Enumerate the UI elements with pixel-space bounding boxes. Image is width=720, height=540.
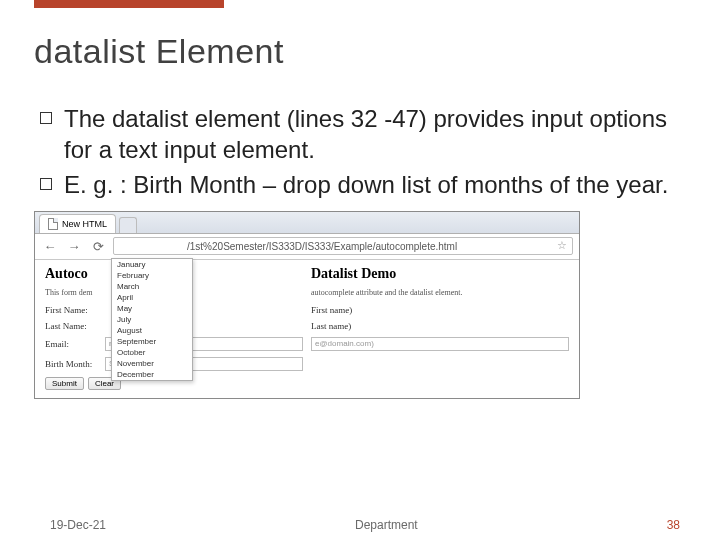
back-button[interactable]: ← bbox=[41, 237, 59, 255]
bullet-marker bbox=[40, 178, 52, 190]
dropdown-option[interactable]: February bbox=[112, 270, 192, 281]
dropdown-option[interactable]: January bbox=[112, 259, 192, 270]
new-tab-button[interactable] bbox=[119, 217, 137, 233]
email-label: Email: bbox=[45, 339, 105, 349]
dropdown-option[interactable]: May bbox=[112, 303, 192, 314]
browser-tab[interactable]: New HTML bbox=[39, 214, 116, 233]
dropdown-option[interactable]: August bbox=[112, 325, 192, 336]
footer-center: Department bbox=[106, 518, 667, 532]
bullet-list: The datalist element (lines 32 -47) prov… bbox=[40, 103, 686, 201]
dropdown-option[interactable]: September bbox=[112, 336, 192, 347]
first-name-label-r: First name) bbox=[311, 305, 352, 315]
last-name-label: Last Name: bbox=[45, 321, 105, 331]
slide-footer: 19-Dec-21 Department 38 bbox=[0, 518, 720, 532]
nav-bar: ← → ⟳ /1st%20Semester/IS333D/IS333/Examp… bbox=[35, 234, 579, 260]
bullet-item: The datalist element (lines 32 -47) prov… bbox=[40, 103, 686, 165]
bookmark-star-icon[interactable]: ☆ bbox=[557, 239, 567, 252]
form-row: First name) bbox=[311, 305, 569, 315]
bullet-text: E. g. : Birth Month – drop down list of … bbox=[64, 169, 668, 200]
email-input-r[interactable]: e@domain.com) bbox=[311, 337, 569, 351]
right-desc: autocomplete attribute and the datalist … bbox=[311, 288, 569, 297]
month-dropdown[interactable]: January February March April May July Au… bbox=[111, 258, 193, 381]
first-name-label: First Name: bbox=[45, 305, 105, 315]
slide-title: datalist Element bbox=[34, 32, 686, 71]
birth-month-label: Birth Month: bbox=[45, 359, 105, 369]
email-placeholder-r: e@domain.com) bbox=[315, 339, 374, 348]
bullet-text: The datalist element (lines 32 -47) prov… bbox=[64, 103, 686, 165]
tab-bar: New HTML bbox=[35, 212, 579, 234]
dropdown-option[interactable]: November bbox=[112, 358, 192, 369]
url-bar[interactable]: /1st%20Semester/IS333D/IS333/Example/aut… bbox=[113, 237, 573, 255]
bullet-marker bbox=[40, 112, 52, 124]
submit-button[interactable]: Submit bbox=[45, 377, 84, 390]
last-name-label-r: Last name) bbox=[311, 321, 351, 331]
browser-screenshot: New HTML ← → ⟳ /1st%20Semester/IS333D/IS… bbox=[34, 211, 580, 399]
form-row: Last name) bbox=[311, 321, 569, 331]
accent-bar bbox=[34, 0, 224, 8]
right-column: Datalist Demo autocomplete attribute and… bbox=[311, 266, 569, 390]
tab-label: New HTML bbox=[62, 219, 107, 229]
dropdown-option[interactable]: October bbox=[112, 347, 192, 358]
page-content: January February March April May July Au… bbox=[35, 260, 579, 398]
page-icon bbox=[48, 218, 58, 230]
dropdown-option[interactable]: December bbox=[112, 369, 192, 380]
bullet-item: E. g. : Birth Month – drop down list of … bbox=[40, 169, 686, 200]
footer-date: 19-Dec-21 bbox=[50, 518, 106, 532]
footer-page-number: 38 bbox=[667, 518, 680, 532]
forward-button[interactable]: → bbox=[65, 237, 83, 255]
form-row: e@domain.com) bbox=[311, 337, 569, 351]
dropdown-option[interactable]: April bbox=[112, 292, 192, 303]
dropdown-option[interactable]: March bbox=[112, 281, 192, 292]
url-text: /1st%20Semester/IS333D/IS333/Example/aut… bbox=[187, 241, 457, 252]
dropdown-option[interactable]: July bbox=[112, 314, 192, 325]
reload-button[interactable]: ⟳ bbox=[89, 237, 107, 255]
right-heading: Datalist Demo bbox=[311, 266, 569, 282]
